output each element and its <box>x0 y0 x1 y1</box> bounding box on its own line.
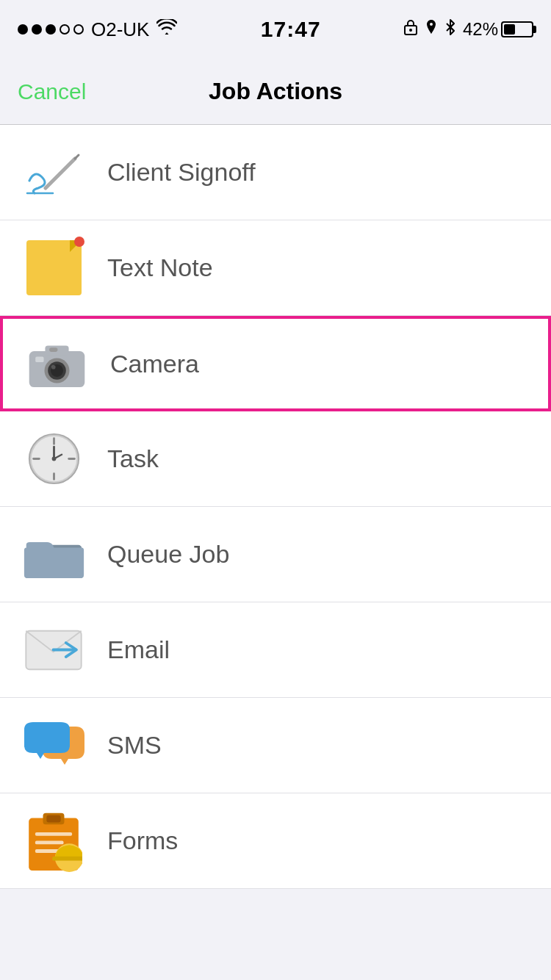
svg-rect-14 <box>49 347 57 352</box>
sms-label: SMS <box>107 731 162 760</box>
nav-bar: Cancel Job Actions <box>0 59 551 125</box>
battery-icon <box>501 21 533 37</box>
lock-icon <box>404 19 417 40</box>
battery-fill <box>504 24 515 35</box>
svg-point-12 <box>51 365 55 370</box>
text-note-label: Text Note <box>107 253 213 282</box>
signal-dot-5 <box>73 24 84 35</box>
svg-point-23 <box>51 457 56 461</box>
cancel-button[interactable]: Cancel <box>18 79 86 104</box>
text-note-icon <box>21 235 87 301</box>
sms-icon <box>21 713 87 779</box>
signal-dot-1 <box>18 24 28 35</box>
list-item-camera[interactable]: Camera <box>0 316 551 411</box>
svg-line-5 <box>75 155 79 159</box>
list-item-text-note[interactable]: Text Note <box>0 220 551 316</box>
svg-line-4 <box>46 159 75 188</box>
queue-job-label: Queue Job <box>107 540 229 569</box>
battery-percentage: 42% <box>463 19 498 40</box>
job-actions-list: Client Signoff Text Note <box>0 125 551 889</box>
status-left: O2-UK <box>18 18 177 41</box>
task-label: Task <box>107 444 159 473</box>
signal-dot-2 <box>32 24 42 35</box>
wifi-icon <box>156 19 177 40</box>
list-item-forms[interactable]: Forms <box>0 793 551 889</box>
client-signoff-label: Client Signoff <box>107 158 256 187</box>
camera-label: Camera <box>110 350 199 378</box>
svg-rect-29 <box>46 815 60 823</box>
svg-rect-31 <box>35 841 64 845</box>
camera-icon <box>24 331 90 397</box>
list-item-email[interactable]: Email <box>0 602 551 698</box>
forms-icon <box>21 808 87 874</box>
status-right: 42% <box>404 19 533 40</box>
svg-rect-13 <box>35 357 43 363</box>
signal-dot-3 <box>46 24 56 35</box>
svg-point-1 <box>409 29 412 32</box>
signal-dots <box>18 24 84 35</box>
client-signoff-icon <box>21 140 87 206</box>
location-icon <box>425 19 438 40</box>
list-item-queue-job[interactable]: Queue Job <box>0 507 551 602</box>
list-item-task[interactable]: Task <box>0 411 551 507</box>
battery-indicator: 42% <box>463 19 533 40</box>
svg-rect-34 <box>52 857 82 861</box>
forms-label: Forms <box>107 826 178 855</box>
list-item-client-signoff[interactable]: Client Signoff <box>0 125 551 220</box>
email-icon <box>21 617 87 683</box>
task-icon <box>21 426 87 492</box>
bluetooth-icon <box>445 19 455 40</box>
page-title: Job Actions <box>209 78 342 105</box>
carrier-label: O2-UK <box>91 18 149 41</box>
list-item-sms[interactable]: SMS <box>0 698 551 793</box>
email-label: Email <box>107 635 170 664</box>
signal-dot-4 <box>60 24 70 35</box>
queue-job-icon <box>21 522 87 588</box>
time-display: 17:47 <box>261 17 321 42</box>
status-bar: O2-UK 17:47 <box>0 0 551 59</box>
svg-rect-30 <box>35 832 72 836</box>
